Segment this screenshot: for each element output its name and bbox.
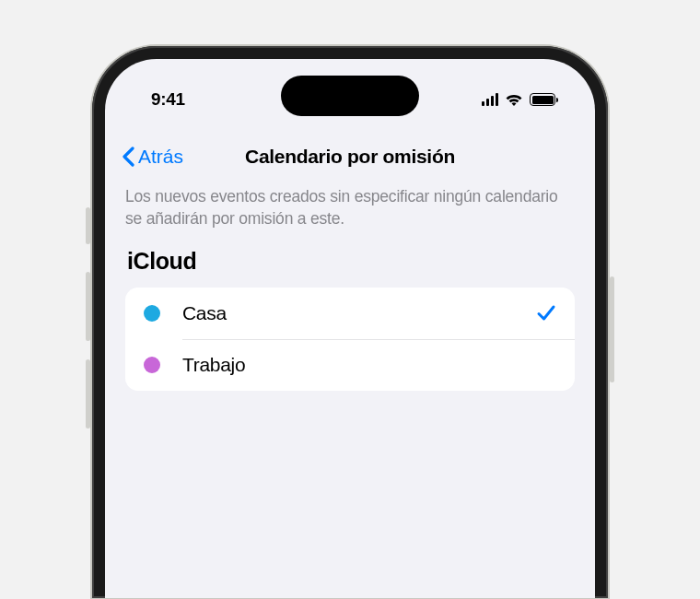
calendar-row[interactable]: Trabajo: [125, 339, 575, 391]
page-title: Calendario por omisión: [245, 146, 455, 168]
calendar-color-dot: [144, 305, 160, 322]
battery-icon: [530, 93, 558, 106]
calendar-label: Trabajo: [182, 354, 556, 376]
calendar-color-dot: [144, 357, 160, 373]
status-icons: [482, 93, 559, 107]
description-text: Los nuevos eventos creados sin especific…: [125, 186, 575, 229]
section-header: iCloud: [125, 248, 575, 275]
calendar-list: CasaTrabajo: [125, 288, 575, 391]
calendar-row[interactable]: Casa: [125, 288, 575, 339]
back-label: Atrás: [138, 146, 183, 168]
side-button: [86, 207, 90, 244]
calendar-label: Casa: [182, 302, 514, 324]
side-button: [610, 276, 614, 382]
nav-bar: Atrás Calendario por omisión: [105, 135, 595, 179]
cellular-icon: [482, 93, 499, 106]
side-button: [86, 359, 90, 429]
side-button: [86, 272, 90, 341]
status-time: 9:41: [151, 89, 185, 110]
phone-frame: 9:41: [92, 46, 608, 598]
wifi-icon: [505, 93, 523, 107]
checkmark-icon: [536, 303, 556, 323]
back-button[interactable]: Atrás: [122, 146, 183, 168]
content-area: Los nuevos eventos creados sin especific…: [105, 186, 595, 391]
chevron-left-icon: [122, 147, 134, 167]
dynamic-island: [281, 76, 419, 116]
phone-screen: 9:41: [105, 59, 595, 598]
